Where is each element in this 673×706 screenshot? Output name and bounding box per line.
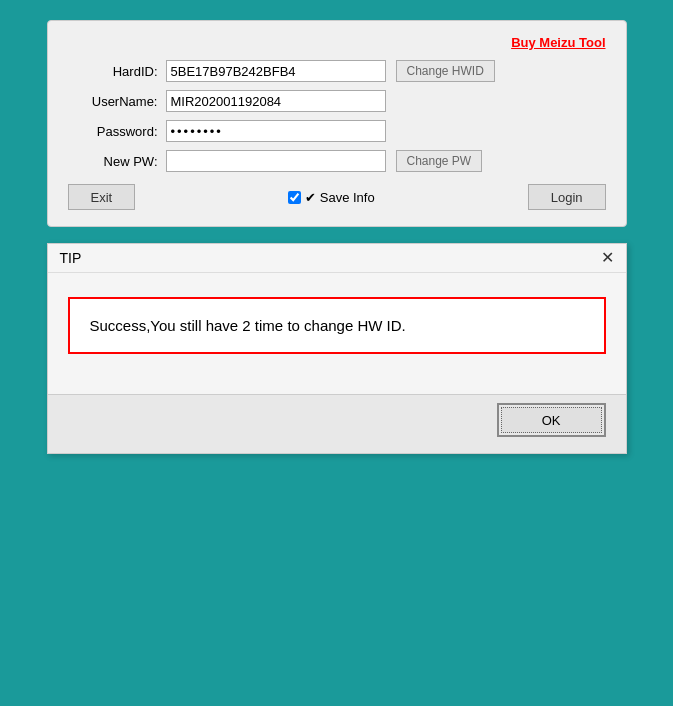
username-row: UserName: bbox=[68, 90, 606, 112]
tip-message-box: Success,You still have 2 time to change … bbox=[68, 297, 606, 354]
tip-dialog: TIP ✕ Success,You still have 2 time to c… bbox=[47, 243, 627, 454]
change-pw-button[interactable]: Change PW bbox=[396, 150, 483, 172]
action-row: Exit ✔ Save Info Login bbox=[68, 184, 606, 210]
hardid-label: HardID: bbox=[68, 64, 158, 79]
password-label: Password: bbox=[68, 124, 158, 139]
tip-message-text: Success,You still have 2 time to change … bbox=[90, 317, 406, 334]
login-panel: Buy Meizu Tool HardID: Change HWID UserN… bbox=[47, 20, 627, 227]
username-input[interactable] bbox=[166, 90, 386, 112]
tip-body: Success,You still have 2 time to change … bbox=[48, 273, 626, 394]
newpw-input[interactable] bbox=[166, 150, 386, 172]
tip-title: TIP bbox=[60, 250, 82, 266]
newpw-row: New PW: Change PW bbox=[68, 150, 606, 172]
password-row: Password: bbox=[68, 120, 606, 142]
buy-meizu-tool-link[interactable]: Buy Meizu Tool bbox=[68, 35, 606, 50]
tip-footer: OK bbox=[48, 394, 626, 453]
username-label: UserName: bbox=[68, 94, 158, 109]
save-info-checkbox[interactable] bbox=[288, 191, 301, 204]
exit-button[interactable]: Exit bbox=[68, 184, 136, 210]
save-info-label[interactable]: ✔ Save Info bbox=[288, 190, 375, 205]
change-hwid-button[interactable]: Change HWID bbox=[396, 60, 495, 82]
hardid-row: HardID: Change HWID bbox=[68, 60, 606, 82]
ok-button[interactable]: OK bbox=[501, 407, 602, 433]
tip-header: TIP ✕ bbox=[48, 244, 626, 273]
password-input[interactable] bbox=[166, 120, 386, 142]
tip-close-button[interactable]: ✕ bbox=[601, 250, 614, 266]
ok-btn-wrapper: OK bbox=[497, 403, 606, 437]
newpw-label: New PW: bbox=[68, 154, 158, 169]
hardid-input[interactable] bbox=[166, 60, 386, 82]
save-info-text: ✔ Save Info bbox=[305, 190, 375, 205]
login-button[interactable]: Login bbox=[528, 184, 606, 210]
